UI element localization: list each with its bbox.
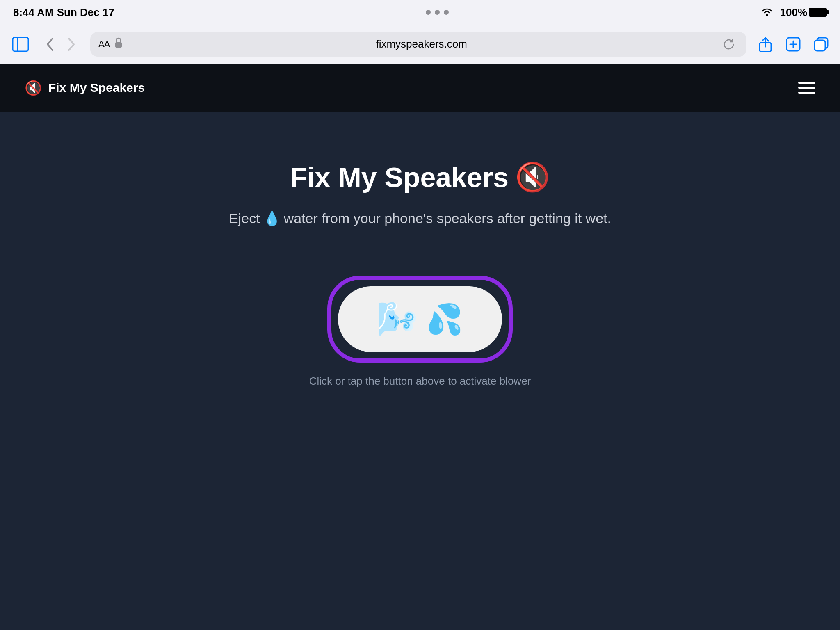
tabs-button[interactable] [812, 35, 830, 53]
status-bar-left: 8:44 AM Sun Dec 17 [13, 6, 114, 19]
logo-emoji: 🔇 [25, 80, 42, 96]
site-subtitle: Eject 💧 water from your phone's speakers… [229, 210, 611, 226]
nav-buttons [41, 35, 80, 53]
browser-actions [756, 35, 830, 53]
svg-rect-1 [13, 37, 28, 51]
dot-2 [435, 10, 440, 15]
drops-emoji: 💦 [426, 302, 463, 337]
lock-icon [114, 37, 123, 51]
blower-button[interactable]: 🌬️ 💦 [338, 286, 502, 352]
hamburger-line-1 [798, 82, 815, 84]
wifi-icon [760, 7, 774, 17]
hamburger-line-3 [798, 92, 815, 94]
dot-3 [444, 10, 449, 15]
status-bar-right: 100% [760, 6, 827, 19]
website-content: 🔇 Fix My Speakers Fix My Speakers 🔇 Ejec… [0, 64, 840, 630]
text-size-button[interactable]: AA [98, 39, 110, 50]
battery-indicator: 100% [780, 6, 827, 19]
subtitle-post: water from your phone's speakers after g… [284, 210, 611, 226]
blower-section: 🌬️ 💦 Click or tap the button above to ac… [309, 276, 531, 388]
sidebar-toggle-button[interactable] [10, 34, 31, 55]
reload-button[interactable] [720, 35, 738, 53]
browser-bar: AA fixmyspeakers.com [0, 25, 840, 64]
svg-rect-9 [815, 40, 825, 51]
forward-button[interactable] [62, 35, 80, 53]
svg-rect-3 [115, 42, 122, 48]
hamburger-line-2 [798, 87, 815, 89]
time-display: 8:44 AM [13, 6, 54, 19]
site-title: Fix My Speakers 🔇 [290, 161, 550, 194]
subtitle-pre: Eject [229, 210, 260, 226]
blower-hint: Click or tap the button above to activat… [309, 375, 531, 388]
status-bar: 8:44 AM Sun Dec 17 100% [0, 0, 840, 25]
logo-text: Fix My Speakers [48, 81, 145, 95]
dot-1 [426, 10, 431, 15]
share-button[interactable] [756, 35, 774, 53]
battery-pct: 100% [780, 6, 808, 19]
hamburger-menu-button[interactable] [798, 82, 815, 94]
address-bar[interactable]: AA fixmyspeakers.com [90, 32, 746, 57]
site-main: Fix My Speakers 🔇 Eject 💧 water from you… [0, 112, 840, 630]
wind-emoji: 🌬️ [377, 300, 418, 338]
date-display: Sun Dec 17 [57, 6, 114, 19]
back-button[interactable] [41, 35, 59, 53]
blower-button-border[interactable]: 🌬️ 💦 [327, 276, 513, 363]
water-drop-emoji: 💧 [263, 210, 281, 226]
battery-box [809, 8, 827, 17]
url-display[interactable]: fixmyspeakers.com [128, 38, 715, 50]
site-navigation: 🔇 Fix My Speakers [0, 64, 840, 112]
site-logo: 🔇 Fix My Speakers [25, 80, 145, 96]
title-speaker-emoji: 🔇 [515, 161, 550, 194]
site-title-text: Fix My Speakers [290, 161, 509, 193]
new-tab-button[interactable] [784, 35, 802, 53]
status-bar-center [426, 10, 449, 15]
svg-point-0 [766, 14, 768, 16]
